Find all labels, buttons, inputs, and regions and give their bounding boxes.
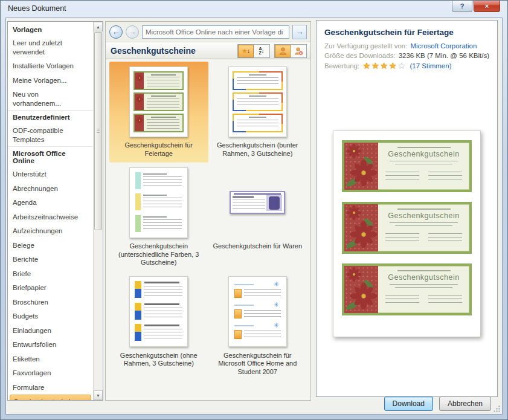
template-thumbnail	[113, 65, 205, 138]
resize-grip[interactable]	[492, 404, 501, 413]
cancel-button[interactable]: Abbrechen	[439, 396, 491, 411]
rating-votes: (17 Stimmen)	[410, 62, 451, 69]
sidebar-item-24[interactable]: Geschenkgutscheine	[10, 395, 91, 400]
category-header: Geschenkgutscheine ★ ↓ AZ ↓	[106, 42, 310, 59]
star-filled-icon: ★	[389, 60, 397, 71]
template-label: Geschenkgutschein (ohne Rahmen, 3 Gutsch…	[114, 352, 204, 368]
forward-icon: →	[129, 27, 137, 36]
poinsettia-art	[344, 143, 378, 190]
sidebar-item-18[interactable]: Budgets	[8, 309, 93, 323]
scroll-down-icon: ▼	[96, 393, 100, 398]
person-block-icon	[294, 47, 303, 56]
person-icon	[278, 47, 288, 56]
template-thumbnail	[212, 65, 304, 138]
sidebar-header-0: Vorlagen	[8, 23, 93, 36]
sidebar-item-20[interactable]: Entwurfsfolien	[8, 337, 93, 352]
hide-community-templates-button[interactable]	[291, 45, 306, 57]
scrollbar-thumb[interactable]	[94, 32, 102, 230]
sidebar-item-8[interactable]: Unterstützt	[8, 167, 93, 181]
sidebar-scrollbar[interactable]: ▲ ▼	[93, 22, 103, 400]
preview-certificate: Geschenkgutschein	[342, 140, 472, 192]
template-label: Geschenkgutschein für Feiertage	[114, 141, 204, 158]
window-title: Neues Dokument	[8, 4, 66, 13]
template-item-unterschiedliche-farben[interactable]: Geschenkgutschein (unterschiedliche Farb…	[109, 163, 208, 272]
poinsettia-art	[344, 204, 378, 251]
sort-alphabetical-button[interactable]: AZ ↓	[254, 45, 269, 57]
template-browser-panel: ← → → Geschenkgutscheine ★ ↓	[105, 21, 311, 401]
sidebar-item-10[interactable]: Agenda	[8, 195, 93, 210]
template-label: Geschenkgutschein (unterschiedliche Farb…	[114, 242, 204, 267]
sort-button-group: ★ ↓ AZ ↓	[237, 44, 270, 58]
forward-button[interactable]: →	[126, 25, 139, 39]
templates-sidebar: VorlagenLeer und zuletzt verwendetInstal…	[7, 21, 103, 401]
sidebar-item-6[interactable]: ODF-compatible Templates	[8, 123, 93, 146]
scroll-up-button[interactable]: ▲	[94, 22, 103, 31]
preview-cert-title: Geschenkgutschein	[384, 150, 463, 158]
scroll-up-icon: ▲	[96, 25, 100, 29]
sidebar-item-21[interactable]: Etiketten	[8, 352, 93, 366]
search-go-button[interactable]: →	[292, 25, 307, 39]
template-label: Geschenkgutschein für Microsoft Office H…	[212, 352, 303, 376]
sidebar-item-2[interactable]: Installierte Vorlagen	[8, 59, 93, 73]
search-input[interactable]	[142, 25, 289, 39]
dialog-window: Neues Dokument ? × VorlagenLeer und zule…	[0, 0, 508, 420]
sidebar-item-23[interactable]: Formulare	[8, 380, 93, 395]
search-go-icon: →	[296, 27, 304, 36]
template-item-feiertage[interactable]: Geschenkgutschein für Feiertage	[109, 62, 208, 163]
sidebar-item-12[interactable]: Aufzeichnungen	[8, 224, 93, 238]
sidebar-item-15[interactable]: Briefe	[8, 267, 93, 281]
close-icon: ×	[485, 2, 489, 10]
back-icon: ←	[112, 27, 120, 36]
star-filled-icon: ★	[371, 60, 380, 71]
back-button[interactable]: ←	[109, 25, 123, 39]
sidebar-item-16[interactable]: Briefpapier	[8, 280, 93, 295]
snowflake-icon: ✳	[274, 322, 279, 329]
show-community-templates-button[interactable]	[275, 45, 291, 57]
sidebar-list: VorlagenLeer und zuletzt verwendetInstal…	[8, 22, 93, 400]
template-thumbnail: ✳ ✳ ✳	[212, 275, 304, 349]
rating-stars: ★★★★☆	[362, 62, 406, 70]
provided-by-label: Zur Verfügung gestellt von:	[324, 42, 407, 50]
sort-by-rating-button[interactable]: ★ ↓	[238, 45, 254, 57]
star-empty-icon: ☆	[397, 60, 406, 71]
close-button[interactable]: ×	[474, 1, 500, 12]
help-button[interactable]: ?	[452, 1, 472, 12]
sidebar-item-1[interactable]: Leer und zuletzt verwendet	[8, 36, 93, 59]
sidebar-item-11[interactable]: Arbeitszeitnachweise	[8, 210, 93, 224]
sidebar-header-7: Microsoft Office Online	[8, 146, 93, 167]
star-filled-icon: ★	[362, 60, 371, 71]
sidebar-item-9[interactable]: Abrechnungen	[8, 181, 93, 196]
sidebar-item-3[interactable]: Meine Vorlagen...	[8, 73, 93, 88]
sidebar-item-4[interactable]: Neu von vorhandenem...	[8, 87, 93, 110]
template-item-ohne-rahmen[interactable]: Geschenkgutschein (ohne Rahmen, 3 Gutsch…	[109, 272, 208, 381]
sidebar-item-14[interactable]: Berichte	[8, 252, 93, 267]
snowflake-icon: ✳	[274, 302, 279, 308]
sidebar-item-19[interactable]: Einladungen	[8, 323, 93, 338]
snowflake-icon: ✳	[274, 281, 279, 288]
preview-cert-title: Geschenkgutschein	[384, 212, 463, 220]
poinsettia-art	[344, 266, 378, 313]
details-title: Geschenkgutschein für Feiertage	[324, 28, 489, 37]
template-item-bunter-rahmen[interactable]: Geschenkgutschein (bunter Rahmen, 3 Guts…	[208, 62, 307, 163]
sidebar-item-17[interactable]: Broschüren	[8, 295, 93, 309]
category-title: Geschenkgutscheine	[111, 46, 196, 56]
provided-by-value: Microsoft Corporation	[410, 42, 477, 50]
template-thumbnail	[113, 275, 205, 349]
template-preview-image: Geschenkgutschein	[333, 131, 481, 337]
star-filled-icon: ★	[380, 60, 388, 71]
download-button[interactable]: Download	[384, 396, 433, 411]
sidebar-header-5: Benutzerdefiniert	[8, 110, 93, 123]
title-bar[interactable]: Neues Dokument ? ×	[1, 1, 507, 18]
community-filter-group	[274, 44, 307, 58]
help-icon: ?	[460, 2, 465, 10]
sidebar-item-22[interactable]: Faxvorlagen	[8, 366, 93, 380]
sidebar-item-13[interactable]: Belege	[8, 238, 93, 253]
search-bar: ← → →	[106, 22, 310, 42]
sort-down-arrow-icon: ↓	[247, 48, 250, 54]
template-item-waren[interactable]: Geschenkgutschein für Waren	[208, 163, 307, 272]
template-item-office-home-student[interactable]: ✳ ✳ ✳ Geschenkgutschein für Microsoft Of…	[208, 272, 307, 381]
template-label: Geschenkgutschein für Waren	[213, 242, 302, 251]
sort-down-arrow-icon: ↓	[262, 48, 265, 54]
download-size-label: Größe des Downloads:	[324, 52, 396, 59]
scroll-down-button[interactable]: ▼	[94, 390, 103, 400]
